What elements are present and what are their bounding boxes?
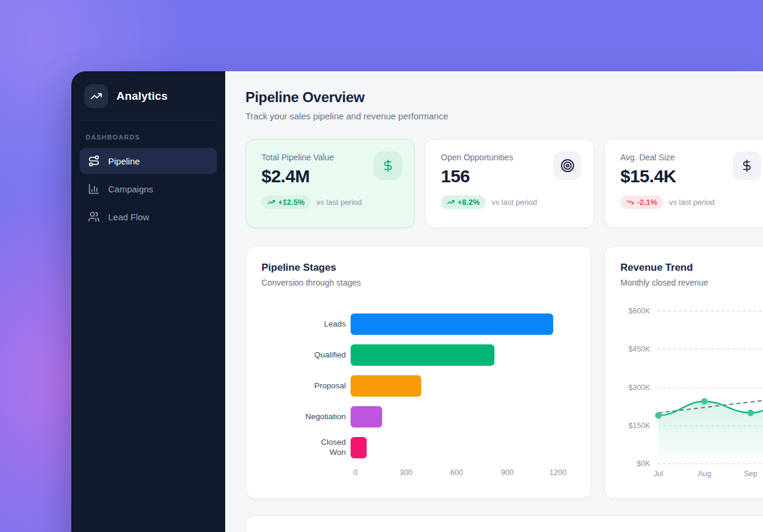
line-chart-svg: [654, 311, 763, 464]
users-icon: [88, 211, 100, 223]
stage-row: Negotiation: [261, 406, 576, 428]
x-axis-tick: 900: [501, 468, 514, 477]
data-point-dot: [701, 398, 708, 405]
delta-badge: +8.2%: [441, 195, 485, 209]
stage-bar: [351, 344, 494, 366]
sidebar-item-campaigns[interactable]: Campaigns: [80, 176, 217, 202]
area-fill: [658, 398, 763, 464]
kpi-footer: -2.1% vs last period: [620, 195, 760, 209]
brand-title: Analytics: [116, 90, 168, 103]
kpi-card-avg-deal-size: Avg. Deal Size $15.4K -2.1% vs last peri…: [604, 139, 763, 228]
sidebar-item-pipeline[interactable]: Pipeline: [80, 148, 217, 174]
stage-label: Proposal: [261, 381, 351, 391]
delta-badge: +12.5%: [261, 195, 310, 209]
y-axis-tick: $450K: [620, 345, 650, 353]
stage-row: Qualified: [261, 344, 576, 366]
revenue-trend-card: Revenue Trend Monthly closed revenue $60…: [604, 246, 763, 499]
kpi-footer: +12.5% vs last period: [261, 195, 401, 209]
stage-label: Leads: [261, 319, 351, 330]
kpi-row: Total Pipeline Value $2.4M +12.5% vs las…: [245, 139, 763, 228]
stage-bar-track: [351, 314, 553, 335]
chart-subtitle: Monthly closed revenue: [620, 278, 758, 287]
kpi-card-total-pipeline-value: Total Pipeline Value $2.4M +12.5% vs las…: [245, 139, 415, 228]
trending-up-icon: [84, 84, 108, 108]
y-axis-tick: $150K: [620, 422, 650, 430]
stage-row: Closed Won: [261, 437, 576, 458]
y-axis-tick: $300K: [620, 384, 650, 392]
main-content: Pipeline Overview Track your sales pipel…: [225, 71, 763, 532]
kpi-compare: vs last period: [491, 198, 537, 207]
dollar-icon: [374, 151, 402, 180]
trending-up-icon: [267, 198, 275, 206]
delta-badge: -2.1%: [620, 195, 663, 209]
stage-bar-track: [351, 375, 553, 397]
x-axis-tick: 1200: [550, 468, 567, 477]
stage-bar-track: [351, 406, 553, 428]
sidebar-item-label: Lead Flow: [108, 212, 149, 222]
data-point-dot: [655, 412, 662, 419]
trending-up-icon: [447, 198, 455, 206]
app-window: Analytics DASHBOARDS Pipeline Campaigns …: [71, 71, 763, 532]
x-axis-label: Jul: [654, 470, 663, 478]
data-point-dot: [748, 410, 754, 416]
page-title: Pipeline Overview: [245, 89, 763, 106]
target-icon: [553, 151, 582, 180]
revenue-line-chart: $600K$450K$300K$150K$0KJulAugSep: [620, 311, 758, 489]
y-axis-tick: $600K: [620, 307, 650, 315]
x-axis-label: Sep: [744, 470, 757, 478]
y-axis-tick: $0K: [620, 460, 650, 468]
stage-row: Proposal: [261, 375, 576, 397]
sidebar-item-label: Campaigns: [108, 184, 153, 194]
kpi-compare: vs last period: [316, 198, 362, 207]
stage-label: Closed Won: [261, 438, 351, 458]
stage-label: Negotiation: [261, 412, 351, 422]
bottom-card-partial: [245, 515, 763, 532]
stage-bar: [351, 437, 367, 458]
sidebar-item-lead-flow[interactable]: Lead Flow: [80, 204, 217, 230]
trending-down-icon: [626, 198, 634, 206]
charts-row: Pipeline Stages Conversion through stage…: [245, 246, 763, 499]
page-subtitle: Track your sales pipeline and revenue pe…: [245, 111, 763, 121]
stage-bar: [351, 314, 553, 335]
x-axis-tick: 0: [353, 468, 357, 477]
x-axis-label: Aug: [698, 470, 711, 478]
route-icon: [88, 155, 100, 167]
stages-bar-chart: LeadsQualifiedProposalNegotiationClosed …: [261, 314, 576, 480]
stage-row: Leads: [261, 314, 576, 335]
pipeline-stages-card: Pipeline Stages Conversion through stage…: [245, 246, 592, 499]
chart-title: Pipeline Stages: [261, 262, 576, 274]
nav-section-label: DASHBOARDS: [86, 134, 217, 141]
chart-title: Revenue Trend: [620, 262, 758, 274]
stage-bar-track: [351, 437, 553, 458]
dollar-icon: [733, 151, 761, 180]
stage-bar: [351, 406, 382, 428]
brand: Analytics: [80, 82, 217, 121]
kpi-compare: vs last period: [669, 198, 715, 207]
bar-chart-icon: [88, 183, 100, 195]
x-axis: 03006009001200: [355, 468, 558, 480]
x-axis-tick: 600: [450, 468, 464, 477]
kpi-card-open-opportunities: Open Opportunities 156 +8.2% vs last per…: [425, 139, 594, 228]
sidebar-item-label: Pipeline: [108, 156, 140, 166]
stage-label: Qualified: [261, 350, 351, 360]
x-axis-tick: 300: [399, 468, 412, 477]
chart-subtitle: Conversion through stages: [261, 278, 576, 287]
stage-bar-track: [351, 344, 553, 366]
sidebar: Analytics DASHBOARDS Pipeline Campaigns …: [71, 71, 225, 532]
stage-bar: [351, 375, 421, 397]
kpi-footer: +8.2% vs last period: [441, 195, 581, 209]
